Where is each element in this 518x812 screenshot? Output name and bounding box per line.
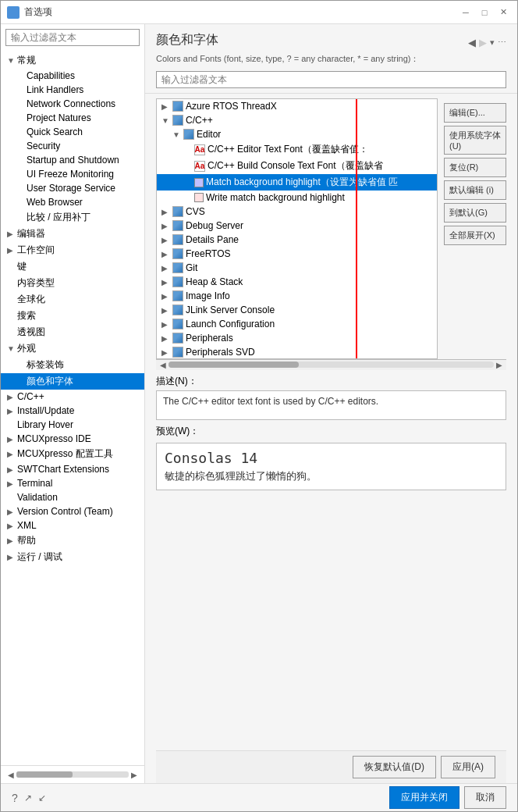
expand-icon-install: ▶ — [7, 407, 15, 415]
nav-right-arrow[interactable]: ▶ — [129, 769, 140, 780]
default-edit-button[interactable]: 默认编辑 (i) — [444, 180, 506, 200]
description-section: 描述(N)： The C/C++ editor text font is use… — [156, 375, 506, 420]
apply-button[interactable]: 应用(A) — [441, 756, 495, 778]
tree-item-terminal[interactable]: ▶ Terminal — [1, 476, 144, 490]
close-button[interactable]: ✕ — [495, 5, 511, 20]
nav-left-arrow[interactable]: ◀ — [5, 769, 16, 780]
title-bar-left: 首选项 — [7, 5, 52, 19]
tree-item-label-swtchart: SWTChart Extensions — [17, 464, 109, 475]
tree-item-keys[interactable]: 键 — [1, 258, 144, 275]
color-item-image-info[interactable]: ▶ Image Info — [157, 289, 437, 303]
tree-item-network-connections[interactable]: Network Connections — [1, 97, 144, 111]
color-item-match-bg[interactable]: Match background highlight（设置为缺省值 匹 — [157, 174, 437, 191]
color-item-periph-svd[interactable]: ▶ Peripherals SVD — [157, 345, 437, 359]
color-item-freertos[interactable]: ▶ FreeRTOS — [157, 247, 437, 261]
minimize-button[interactable]: ─ — [458, 5, 474, 20]
tree-item-install-update[interactable]: ▶ Install/Update — [1, 404, 144, 418]
tree-item-link-handlers[interactable]: Link Handlers — [1, 83, 144, 97]
color-item-cpp-group[interactable]: ▼ C/C++ — [157, 113, 437, 127]
tree-item-startup[interactable]: Startup and Shutdown — [1, 153, 144, 167]
tree-item-capabilities[interactable]: Capabilities — [1, 69, 144, 83]
tree-item-colors-fonts[interactable]: 颜色和字体 — [1, 373, 144, 390]
color-item-launch[interactable]: ▶ Launch Configuration — [157, 317, 437, 331]
color-item-peripherals[interactable]: ▶ Peripherals — [157, 331, 437, 345]
color-item-cpp-editor-font[interactable]: Aa C/C++ Editor Text Font（覆盖缺省值： — [157, 141, 437, 158]
view-options-button[interactable]: ⋯ — [498, 37, 506, 48]
color-item-git[interactable]: ▶ Git — [157, 261, 437, 275]
color-item-write-match[interactable]: Write match background highlight — [157, 191, 437, 205]
tree-item-web-browser[interactable]: Web Browser — [1, 195, 144, 209]
tree-item-version-control[interactable]: ▶ Version Control (Team) — [1, 504, 144, 518]
cancel-button[interactable]: 取消 — [464, 786, 506, 809]
tree-item-general[interactable]: ▼ 常规 — [1, 52, 144, 69]
goto-default-button[interactable]: 到默认(G) — [444, 203, 506, 223]
help-bottom-icon[interactable]: ? — [12, 792, 18, 804]
ci-expand-periph: ▶ — [161, 334, 172, 343]
color-item-heap[interactable]: ▶ Heap & Stack — [157, 275, 437, 289]
left-filter-input[interactable] — [5, 29, 140, 46]
tree-item-user-storage[interactable]: User Storage Service — [1, 181, 144, 195]
export-preferences-button[interactable]: ↙ — [38, 792, 46, 803]
tree-item-search[interactable]: 搜索 — [1, 308, 144, 324]
tree-item-label-cpp: C/C++ — [17, 391, 44, 402]
tree-item-globalization[interactable]: 全球化 — [1, 291, 144, 308]
tree-item-swtchart[interactable]: ▶ SWTChart Extensions — [1, 462, 144, 476]
reset-button[interactable]: 复位(R) — [444, 158, 506, 177]
tree-item-label-help: 帮助 — [17, 534, 36, 547]
tree-item-security[interactable]: Security — [1, 139, 144, 153]
tree-item-project-natures[interactable]: Project Natures — [1, 111, 144, 125]
expand-all-button[interactable]: 全部展开(X) — [444, 226, 506, 245]
color-item-debug[interactable]: ▶ Debug Server — [157, 219, 437, 233]
tree-item-workspace[interactable]: ▶ 工作空间 — [1, 242, 144, 258]
hscroll-right-arrow[interactable]: ▶ — [494, 361, 505, 369]
expand-icon-xml: ▶ — [7, 522, 15, 530]
color-item-azure-rtos[interactable]: ▶ Azure RTOS ThreadX — [157, 99, 437, 113]
apply-close-button[interactable]: 应用并关闭 — [389, 786, 459, 809]
tree-item-label-run-debug: 运行 / 调试 — [17, 550, 62, 564]
maximize-button[interactable]: □ — [477, 5, 492, 20]
tree-item-compare[interactable]: 比较 / 应用补丁 — [1, 209, 144, 226]
tree-item-content-type[interactable]: 内容类型 — [1, 275, 144, 291]
tree-item-label-user-storage: User Storage Service — [27, 183, 115, 194]
expand-icon-workspace: ▶ — [7, 246, 15, 255]
color-item-details[interactable]: ▶ Details Pane — [157, 233, 437, 247]
tree-item-library-hover[interactable]: Library Hover — [1, 418, 144, 432]
tree-item-mcuxpresso-config[interactable]: ▶ MCUXpresso 配置工具 — [1, 446, 144, 462]
tree-item-editor[interactable]: ▶ 编辑器 — [1, 226, 144, 242]
tree-item-validation[interactable]: Validation — [1, 490, 144, 504]
tree-item-appearance[interactable]: ▼ 外观 — [1, 340, 144, 357]
ci-icon-launch — [172, 319, 183, 329]
tree-item-label-startup: Startup and Shutdown — [27, 155, 119, 166]
tree-item-label-decorations[interactable]: 标签装饰 — [1, 357, 144, 373]
restore-defaults-button[interactable]: 恢复默认值(D) — [353, 756, 436, 778]
right-filter-input[interactable] — [156, 71, 506, 88]
import-preferences-button[interactable]: ↗ — [24, 792, 32, 803]
nav-back-button[interactable]: ◀ — [468, 37, 476, 48]
tree-item-mcuxpresso-ide[interactable]: ▶ MCUXpresso IDE — [1, 432, 144, 446]
color-item-cpp-build-font[interactable]: Aa C/C++ Build Console Text Font（覆盖缺省 — [157, 158, 437, 174]
edit-button[interactable]: 编辑(E)... — [444, 103, 506, 123]
tree-item-cpp[interactable]: ▶ C/C++ — [1, 390, 144, 404]
expand-icon-appearance: ▼ — [7, 344, 15, 353]
hscroll-left-arrow[interactable]: ◀ — [158, 361, 169, 369]
tree-item-label-library: Library Hover — [17, 419, 73, 430]
tree-item-ui-freeze[interactable]: UI Freeze Monitoring — [1, 167, 144, 181]
color-item-editor[interactable]: ▼ Editor — [157, 127, 437, 141]
color-item-cvs[interactable]: ▶ CVS — [157, 205, 437, 219]
colors-hscrollbar[interactable]: ◀ ▶ — [156, 359, 506, 370]
ci-label-jlink: JLink Server Console — [186, 304, 432, 315]
hscroll-thumb[interactable] — [169, 361, 299, 368]
tree-item-quick-search[interactable]: Quick Search — [1, 125, 144, 139]
color-item-jlink[interactable]: ▶ JLink Server Console — [157, 303, 437, 317]
tree-item-xml[interactable]: ▶ XML — [1, 518, 144, 532]
use-system-font-button[interactable]: 使用系统字体(U) — [444, 126, 506, 155]
tree-item-label-editor: 编辑器 — [17, 227, 45, 240]
nav-forward-button[interactable]: ▶ — [479, 37, 487, 48]
tree-item-help[interactable]: ▶ 帮助 — [1, 532, 144, 549]
tree-item-perspective[interactable]: 透视图 — [1, 324, 144, 340]
nav-menu-button[interactable]: ▾ — [490, 37, 495, 48]
ci-expand-periph-svd: ▶ — [161, 348, 172, 357]
ci-expand-azure: ▶ — [161, 102, 172, 111]
hscroll-track[interactable] — [169, 361, 494, 368]
tree-item-run-debug[interactable]: ▶ 运行 / 调试 — [1, 549, 144, 565]
